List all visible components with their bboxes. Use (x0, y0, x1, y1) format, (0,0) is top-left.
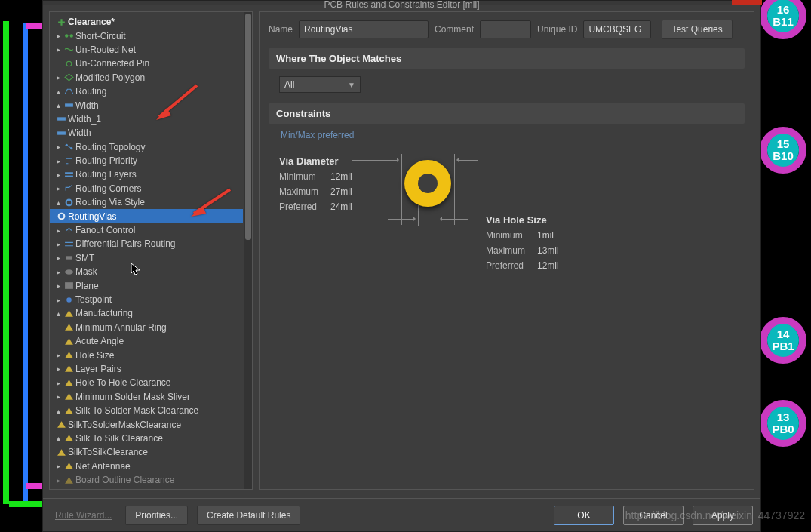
expander-icon[interactable]: ▸ (54, 296, 62, 304)
tree-item-routing-priority[interactable]: Routing Priority (75, 155, 137, 166)
expander-icon[interactable]: ▸ (54, 157, 62, 165)
comment-label: Comment (435, 24, 474, 35)
tree-item-plane[interactable]: Plane (75, 281, 99, 291)
tree-item-clearance[interactable]: Clearance* (68, 17, 115, 27)
ok-button[interactable]: OK (554, 506, 614, 525)
tree-item-short-circuit[interactable]: Short-Circuit (75, 31, 126, 42)
expander-icon[interactable]: ▸ (54, 268, 62, 276)
rule-wizard-button[interactable]: Rule Wizard... (51, 506, 116, 525)
tree-item-width1[interactable]: Width_1 (68, 114, 101, 125)
tree-item-routing-via-style[interactable]: Routing Via Style (75, 197, 145, 208)
close-button[interactable] (732, 0, 762, 5)
tree-item-width-group[interactable]: Width (75, 100, 99, 111)
silk-solder-icon (63, 406, 74, 415)
expander-icon[interactable]: ▴ (54, 434, 62, 442)
create-default-button[interactable]: Create Default Rules (197, 506, 300, 525)
tree-item-silk-silk[interactable]: Silk To Silk Clearance (75, 433, 163, 444)
scrollbar[interactable] (244, 12, 252, 489)
tree-item-routingvias[interactable]: RoutingVias (68, 211, 117, 222)
diam-min-value[interactable]: 12mil (330, 171, 358, 182)
corners-icon (63, 184, 74, 193)
hole-max-value[interactable]: 13mil (537, 245, 564, 256)
tree-item-hole-size[interactable]: Hole Size (75, 350, 114, 361)
via-diagram (395, 151, 460, 222)
via-constraints: Via Diameter Minimum12mil Maximum27mil P… (269, 151, 745, 347)
rule-icon (56, 420, 66, 429)
apply-button[interactable]: Apply (693, 506, 753, 525)
expander-icon[interactable]: ▸ (54, 226, 62, 235)
tree-item-hole-to-hole[interactable]: Hole To Hole Clearance (75, 377, 171, 388)
expander-icon[interactable]: ▸ (54, 351, 62, 359)
tree-item-board-outline[interactable]: Board Outline Clearance (75, 475, 174, 485)
tree-item-unconnected-pin[interactable]: Un-Connected Pin (75, 58, 149, 69)
tree-item-min-annular[interactable]: Minimum Annular Ring (75, 322, 167, 333)
tree-item-routing-corners[interactable]: Routing Corners (75, 183, 141, 194)
tree-item-unrouted-net[interactable]: Un-Routed Net (75, 45, 136, 55)
tree-item-fanout[interactable]: Fanout Control (75, 225, 135, 235)
uid-input[interactable] (583, 20, 651, 38)
expander-icon[interactable]: ▸ (54, 171, 62, 179)
tree-item-modified-polygon[interactable]: Modified Polygon (75, 72, 145, 83)
hole-min-value[interactable]: 1mil (537, 230, 564, 241)
cancel-button[interactable]: Cancel (623, 506, 684, 525)
tree-item-net-antennae[interactable]: Net Antennae (75, 461, 131, 472)
sliver-icon (63, 392, 74, 401)
expander-icon[interactable]: ▸ (54, 45, 62, 54)
tree-item-routing[interactable]: Routing (75, 86, 106, 97)
name-input[interactable] (299, 20, 429, 38)
tree-item-testpoint[interactable]: Testpoint (75, 294, 112, 305)
tree-item-routing-topology[interactable]: Routing Topology (75, 142, 146, 152)
tree-item-mask[interactable]: Mask (75, 266, 97, 277)
via-rule-icon (56, 212, 66, 221)
tree-item-diff-pairs[interactable]: Differential Pairs Routing (75, 238, 176, 249)
expander-icon[interactable]: ▸ (54, 184, 62, 192)
expander-icon[interactable]: ▸ (54, 476, 62, 484)
diffpair-icon (63, 239, 74, 248)
svg-point-11 (66, 199, 72, 205)
tree-item-min-solder-sliver[interactable]: Minimum Solder Mask Sliver (75, 392, 190, 402)
expander-icon[interactable]: ▸ (54, 281, 62, 290)
tree-item-layer-pairs[interactable]: Layer Pairs (75, 364, 121, 374)
comment-input[interactable] (480, 20, 531, 38)
titlebar[interactable]: PCB Rules and Constraints Editor [mil] (43, 1, 760, 5)
expander-icon[interactable] (54, 323, 62, 331)
expander-icon[interactable]: ▴ (54, 198, 62, 207)
expander-icon[interactable]: ▴ (54, 88, 62, 96)
topology-icon (63, 143, 74, 152)
expander-icon[interactable]: ▸ (54, 364, 62, 373)
diam-max-value[interactable]: 27mil (330, 186, 358, 197)
antennae-icon (63, 462, 74, 471)
tree-item-silk-solder-rule[interactable]: SilkToSolderMaskClearance (68, 420, 181, 430)
tree-item-width[interactable]: Width (68, 128, 91, 138)
short-circuit-icon (63, 32, 74, 41)
expander-icon[interactable] (54, 337, 62, 346)
expander-icon[interactable]: ▸ (54, 254, 62, 262)
expander-icon[interactable]: ▸ (54, 32, 62, 40)
tree-item-manufacturing[interactable]: Manufacturing (75, 308, 133, 318)
tree-item-acute-angle[interactable]: Acute Angle (75, 336, 124, 346)
expander-icon[interactable]: ▴ (54, 309, 62, 318)
expander-icon[interactable] (54, 60, 62, 68)
outline-icon (63, 475, 74, 484)
expander-icon[interactable]: ▴ (54, 101, 62, 109)
minmax-link[interactable]: Min/Max preferred (281, 130, 745, 140)
tree-item-routing-layers[interactable]: Routing Layers (75, 169, 137, 180)
test-queries-button[interactable]: Test Queries (662, 20, 732, 39)
priorities-button[interactable]: Priorities... (125, 506, 188, 525)
match-combo[interactable]: All ▼ (279, 76, 361, 93)
hole-pref-value[interactable]: 12mil (537, 260, 564, 271)
tree-item-smt[interactable]: SMT (75, 253, 94, 263)
expander-icon[interactable]: ▸ (54, 240, 62, 248)
expander-icon[interactable]: ▸ (54, 73, 62, 81)
rule-tree[interactable]: Clearance* ▸Short-Circuit ▸Un-Routed Net… (49, 11, 253, 490)
expander-icon[interactable]: ▸ (54, 462, 62, 470)
tree-item-silk-solder[interactable]: Silk To Solder Mask Clearance (75, 405, 198, 416)
expander-icon[interactable]: ▸ (54, 379, 62, 387)
expander-icon[interactable]: ▴ (54, 407, 62, 415)
tree-item-silk-silk-rule[interactable]: SilkToSilkClearance (68, 447, 148, 457)
scrollbar-thumb[interactable] (245, 14, 251, 240)
expander-icon[interactable]: ▸ (54, 143, 62, 151)
diam-pref-value[interactable]: 24mil (330, 201, 358, 212)
expander-icon[interactable]: ▸ (54, 392, 62, 401)
svg-marker-21 (65, 366, 73, 373)
